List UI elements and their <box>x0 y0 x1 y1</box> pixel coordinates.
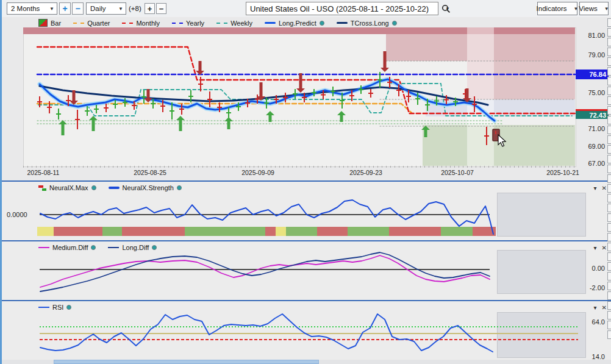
mini-box[interactable] <box>607 194 611 202</box>
buy-arrow <box>337 111 346 122</box>
signal-strip-segment <box>102 227 122 236</box>
mini-box[interactable] <box>607 87 611 95</box>
mini-box[interactable] <box>607 48 611 56</box>
chevron-down-icon: ▼ <box>49 6 54 12</box>
price-tick-label: 71.00 <box>588 125 605 132</box>
mini-box[interactable] <box>607 321 611 329</box>
signal-strip-segment <box>37 227 54 236</box>
price-tick-label: 67.00 <box>588 160 605 167</box>
range-zoom-in-button[interactable]: + <box>59 2 71 15</box>
mini-box[interactable] <box>607 116 611 124</box>
price-zone <box>423 125 575 166</box>
search-icon[interactable] <box>441 4 451 13</box>
rsi-chart-canvas[interactable] <box>2 301 611 360</box>
mini-box[interactable] <box>607 330 611 339</box>
buy-arrow <box>224 117 233 129</box>
bar-add-button[interactable]: + <box>145 3 155 14</box>
mini-box[interactable] <box>607 282 611 290</box>
trading-app-window: 2 Months ▼ + − Daily ▼ (+8) + − United S… <box>0 0 611 364</box>
mini-box[interactable] <box>607 165 611 173</box>
mini-box[interactable] <box>607 213 611 222</box>
chevron-down-icon: ▼ <box>573 6 578 12</box>
price-badge-72.43: 72.43 <box>576 109 609 119</box>
range-zoom-out-button[interactable]: − <box>72 2 84 15</box>
date-tick-label: 2025-10-07 <box>441 169 474 176</box>
bars-added-label: (+8) <box>129 5 141 12</box>
neuralx-chart-canvas[interactable] <box>2 182 611 240</box>
diff-chart-canvas[interactable] <box>2 241 611 300</box>
mini-box[interactable] <box>607 67 611 76</box>
mini-box[interactable] <box>607 223 611 232</box>
price-chart-canvas[interactable] <box>2 17 611 180</box>
horizontal-scrollbar-thumb[interactable] <box>54 360 319 364</box>
price-badge-76.84: 76.84 <box>576 70 609 79</box>
mini-box[interactable] <box>607 262 611 271</box>
date-tick-label: 2025-08-11 <box>27 169 60 176</box>
mini-box[interactable] <box>607 233 611 241</box>
interval-select[interactable]: Daily ▼ <box>86 2 126 15</box>
mini-box[interactable] <box>607 77 611 85</box>
toolbar: 2 Months ▼ + − Daily ▼ (+8) + − United S… <box>2 0 611 18</box>
price-tick-label: 81.00 <box>588 32 605 39</box>
mini-box[interactable] <box>607 145 611 154</box>
price-tick-label: 79.00 <box>588 51 605 59</box>
symbol-title-input[interactable]: United States Oil - USO (2025-08-11 - 20… <box>246 2 438 15</box>
price-zone <box>467 27 494 166</box>
mini-box[interactable] <box>607 38 611 46</box>
views-button[interactable]: Views ▼ <box>579 2 609 15</box>
mini-box[interactable] <box>607 106 611 115</box>
date-tick-label: 2025-09-23 <box>349 169 382 176</box>
mini-box[interactable] <box>607 57 611 66</box>
buy-arrow <box>266 111 274 122</box>
symbol-title-text: United States Oil - USO (2025-08-11 - 20… <box>250 4 429 13</box>
mini-box[interactable] <box>607 272 611 280</box>
sell-arrow <box>296 73 305 93</box>
price-tick-label: 69.00 <box>588 143 605 150</box>
range-select[interactable]: 2 Months ▼ <box>7 2 57 15</box>
mini-box[interactable] <box>607 174 611 183</box>
mini-box[interactable] <box>607 291 611 300</box>
signal-strip-segment <box>122 227 185 236</box>
mini-box[interactable] <box>607 135 611 144</box>
mini-box[interactable] <box>607 252 611 261</box>
mini-box[interactable] <box>607 28 611 37</box>
bar-remove-button[interactable]: − <box>156 3 166 14</box>
long-diff-line <box>40 252 490 291</box>
mini-box[interactable] <box>607 18 611 27</box>
date-tick-label: 2025-08-25 <box>134 169 166 176</box>
signal-strip-segment <box>348 227 389 236</box>
mini-box[interactable] <box>607 204 611 212</box>
right-mini-scrollbar[interactable] <box>607 18 611 360</box>
sell-arrow <box>196 61 204 75</box>
mini-box[interactable] <box>607 155 611 163</box>
indicators-button[interactable]: Indicators ▼ <box>537 2 577 15</box>
mini-box[interactable] <box>607 243 611 251</box>
axis-tick-label: 64.0 <box>592 318 605 326</box>
price-tick-label: 75.00 <box>588 89 605 96</box>
signal-strip-segment <box>389 227 441 236</box>
signal-strip-segment <box>276 227 286 236</box>
signal-strip-segment <box>54 227 102 236</box>
chevron-down-icon: ▼ <box>118 6 123 12</box>
date-tick-label: 2025-10-21 <box>546 169 579 176</box>
signal-strip-segment <box>317 227 348 236</box>
date-tick-label: 2025-09-09 <box>241 169 274 176</box>
signal-strip-segment <box>441 227 473 236</box>
buy-arrow <box>59 120 67 135</box>
horizontal-scrollbar <box>2 360 611 364</box>
chevron-down-icon: ▼ <box>604 6 609 12</box>
mini-box[interactable] <box>607 126 611 134</box>
mini-box[interactable] <box>607 184 611 193</box>
symbol-search[interactable]: ▼ <box>441 3 462 14</box>
mini-box[interactable] <box>607 96 611 105</box>
mini-box[interactable] <box>607 301 611 310</box>
mini-box[interactable] <box>607 311 611 319</box>
range-select-value: 2 Months <box>11 5 40 12</box>
axis-tick-label: 0.00 <box>592 265 605 272</box>
interval-select-value: Daily <box>90 5 106 12</box>
signal-strip-segment <box>286 227 317 236</box>
signal-strip-segment <box>265 227 276 236</box>
axis-tick-label: -2.00 <box>590 284 605 291</box>
signal-strip-segment <box>185 227 265 236</box>
